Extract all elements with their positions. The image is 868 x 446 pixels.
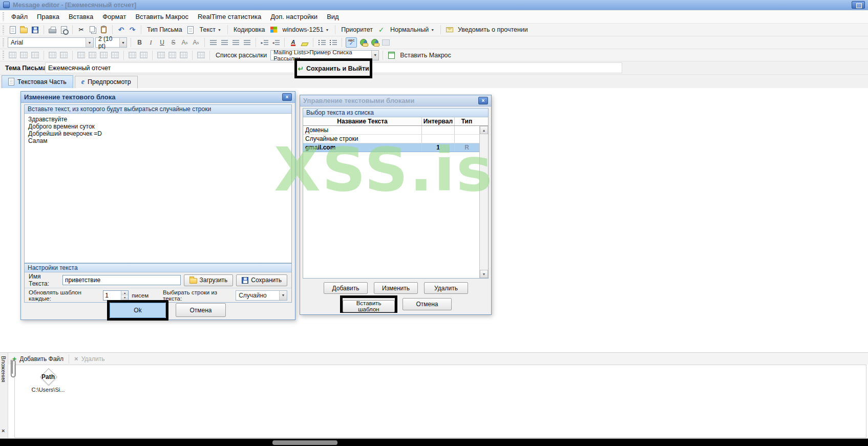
- paste-icon[interactable]: [99, 25, 109, 35]
- table-row[interactable]: Домены: [303, 126, 488, 135]
- editor-tabs: Текстовая Часть e Предпросмотр: [0, 75, 868, 88]
- align-left-icon[interactable]: [208, 38, 218, 48]
- redo-icon[interactable]: ↷: [128, 25, 137, 35]
- column-name[interactable]: Название Текста: [303, 117, 422, 125]
- align-right-icon[interactable]: [231, 38, 241, 48]
- attachment-file-item[interactable]: Path C:\Users\Si...: [25, 368, 71, 393]
- font-family-dropdown[interactable]: Arial ▼: [8, 37, 94, 48]
- copy-icon[interactable]: [88, 25, 97, 35]
- menu-item-insert-macro[interactable]: Вставить Макрос: [131, 11, 193, 22]
- menu-item-view[interactable]: Вид: [323, 11, 343, 22]
- toolbar-message: ✂ ↶ ↷ Тип Письма Текст ▼ Кодировка windo…: [0, 24, 868, 36]
- message-type-dropdown[interactable]: Текст ▼: [197, 25, 224, 34]
- save-icon[interactable]: [30, 25, 40, 35]
- add-button[interactable]: Добавить: [324, 282, 368, 294]
- column-interval[interactable]: Интервал: [422, 117, 455, 125]
- hyperlink-icon[interactable]: [358, 38, 368, 48]
- table-row-selected[interactable]: gmail.com 1 R: [303, 143, 488, 152]
- italic-icon[interactable]: I: [146, 38, 156, 48]
- cancel-button[interactable]: Отмена: [403, 298, 452, 310]
- close-icon[interactable]: ×: [478, 97, 488, 104]
- print-icon[interactable]: [48, 25, 57, 35]
- superscript-icon[interactable]: As: [191, 38, 201, 48]
- new-file-icon[interactable]: [8, 25, 17, 35]
- save-text-button[interactable]: Сохранить: [236, 274, 287, 286]
- table-row[interactable]: Случайные строки: [303, 135, 488, 143]
- insert-column-icon: [59, 50, 69, 60]
- close-icon[interactable]: ×: [282, 93, 292, 101]
- scroll-down-icon[interactable]: ▼: [480, 270, 488, 278]
- underline-icon[interactable]: U: [157, 38, 167, 48]
- delete-button[interactable]: Удалить: [424, 282, 468, 294]
- add-file-button[interactable]: Добавить Файл: [19, 355, 63, 363]
- scrollbar-thumb[interactable]: [272, 440, 337, 445]
- file-path: C:\Users\Si...: [25, 387, 71, 393]
- notify-read-button[interactable]: Уведомить о прочтении: [456, 26, 530, 33]
- table-grid-icon: [128, 50, 137, 60]
- merge-cell-icon: [88, 50, 97, 60]
- separator: [192, 51, 193, 60]
- bold-icon[interactable]: B: [135, 38, 144, 48]
- priority-dropdown[interactable]: Нормальный ▼: [388, 25, 437, 34]
- separator: [209, 51, 210, 60]
- anchor-link-icon[interactable]: [370, 38, 379, 48]
- subject-label: Тема Письма: [5, 65, 47, 72]
- select-lines-dropdown[interactable]: Случайно ▼: [236, 290, 287, 301]
- numbered-list-icon[interactable]: [328, 38, 338, 48]
- indent-icon[interactable]: ▸: [260, 38, 269, 48]
- toolbar-format: Arial ▼ 2 (10 pt) ▼ B I U S As As ▸ ◂ A …: [0, 36, 868, 49]
- spin-down-icon[interactable]: ▼: [121, 295, 128, 300]
- font-size-dropdown[interactable]: 2 (10 pt) ▼: [95, 37, 127, 48]
- file-icon: Path: [39, 368, 57, 386]
- table-tool-icon: [19, 50, 29, 60]
- cut-icon[interactable]: ✂: [76, 25, 86, 35]
- spellcheck-icon[interactable]: ABC✓: [346, 37, 357, 48]
- print-preview-icon[interactable]: [59, 25, 69, 35]
- table-scrollbar[interactable]: ▲ ▼: [479, 126, 488, 278]
- open-file-icon[interactable]: [19, 25, 29, 35]
- menu-item-format[interactable]: Формат: [98, 11, 130, 22]
- menu-item-edit[interactable]: Правка: [33, 11, 63, 22]
- text-name-input[interactable]: [62, 275, 180, 285]
- close-attachments-icon[interactable]: ×: [2, 428, 5, 434]
- load-button[interactable]: Загрузить: [184, 274, 234, 286]
- strikethrough-icon[interactable]: S: [168, 38, 178, 48]
- menu-item-file[interactable]: Файл: [7, 11, 32, 22]
- edit-button[interactable]: Изменить: [374, 282, 418, 294]
- spin-up-icon[interactable]: ▲: [121, 291, 128, 295]
- dialog-titlebar: Управление текстовыми блоками ×: [300, 95, 491, 107]
- column-type[interactable]: Тип: [455, 117, 479, 125]
- separator: [123, 51, 124, 60]
- encoding-dropdown[interactable]: windows-1251 ▼: [280, 25, 332, 34]
- ok-button[interactable]: Ok: [110, 303, 166, 318]
- toolbar-grip: [3, 26, 4, 34]
- menu-item-insert[interactable]: Вставка: [65, 11, 97, 22]
- text-block-textarea[interactable]: Здравствуйте Доброго времени суток Добре…: [25, 114, 291, 263]
- insert-macro-button[interactable]: Вставить Макрос: [398, 52, 453, 59]
- separator: [335, 25, 335, 34]
- subscript-icon[interactable]: As: [180, 38, 189, 48]
- attachments-side-strip: Вложения ×: [0, 352, 8, 438]
- align-center-icon[interactable]: [220, 38, 229, 48]
- font-color-icon[interactable]: A: [288, 38, 298, 48]
- restore-window-button[interactable]: [852, 1, 865, 9]
- cancel-button[interactable]: Отмена: [176, 303, 226, 317]
- undo-icon[interactable]: ↶: [116, 25, 126, 35]
- table-tool-icon: [30, 50, 40, 60]
- manage-text-blocks-dialog: Управление текстовыми блоками × Выбор те…: [300, 95, 492, 315]
- toolbar-grip: [3, 12, 4, 21]
- tab-preview[interactable]: e Предпросмотр: [75, 76, 138, 88]
- tab-text-part[interactable]: Текстовая Часть: [2, 75, 73, 88]
- separator: [44, 51, 44, 60]
- attachments-toolbar: + Добавить Файл × Удалить: [8, 352, 868, 365]
- outdent-icon[interactable]: ◂: [271, 38, 281, 48]
- bullet-list-icon[interactable]: [317, 38, 327, 48]
- scroll-up-icon[interactable]: ▲: [480, 126, 488, 134]
- align-justify-icon[interactable]: [242, 38, 252, 48]
- highlight-color-icon[interactable]: [300, 38, 309, 48]
- menu-item-realtime-stats[interactable]: RealTime статистика: [194, 11, 265, 22]
- update-count-stepper[interactable]: ▲ ▼: [103, 290, 129, 301]
- menu-item-extra-settings[interactable]: Доп. настройки: [266, 11, 322, 22]
- save-and-exit-button[interactable]: ↵ Сохранить и Выйти: [294, 58, 372, 78]
- insert-template-button[interactable]: Вставить шаблон: [343, 300, 395, 312]
